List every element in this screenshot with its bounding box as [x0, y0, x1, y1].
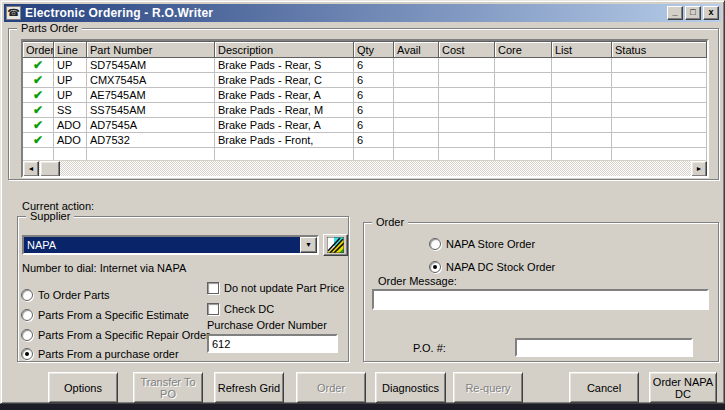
check-icon[interactable]: ✔ — [23, 118, 54, 133]
col-header-part-number[interactable]: Part Number — [87, 41, 215, 58]
check-icon[interactable]: ✔ — [23, 58, 54, 73]
close-button[interactable]: x — [703, 6, 719, 20]
col-header-order[interactable]: Order — [23, 41, 54, 58]
cell-cost — [439, 133, 495, 148]
cell-list — [552, 73, 612, 88]
cell-status — [612, 118, 707, 133]
table-row[interactable]: ✔ UP AE7545AM Brake Pads - Rear, A 6 — [23, 88, 707, 103]
cell-core — [495, 133, 552, 148]
cell-avail — [394, 88, 439, 103]
col-header-list[interactable]: List — [552, 41, 612, 58]
po-number-input[interactable] — [515, 338, 693, 357]
scrollbar-thumb[interactable] — [40, 161, 60, 177]
transfer-to-po-button: Transfer To PO — [133, 372, 203, 403]
cell-qty: 6 — [354, 103, 394, 118]
cell-qty: 6 — [354, 118, 394, 133]
order-napa-dc-button[interactable]: Order NAPA DC — [649, 372, 717, 403]
col-header-line[interactable]: Line — [54, 41, 87, 58]
cell-core — [495, 118, 552, 133]
cell-core — [495, 103, 552, 118]
radio-circle — [21, 329, 33, 341]
cell-cost — [439, 118, 495, 133]
col-header-description[interactable]: Description — [215, 41, 354, 58]
radio-label: To Order Parts — [38, 289, 110, 301]
checkbox-label: Check DC — [224, 303, 274, 315]
cell-description: Brake Pads - Rear, A — [215, 118, 354, 133]
button-label: Options — [64, 382, 102, 394]
radio-circle — [21, 289, 33, 301]
diagnostics-button[interactable]: Diagnostics — [375, 372, 446, 403]
radio-label: NAPA Store Order — [446, 238, 535, 250]
cell-part-number: SS7545AM — [87, 103, 215, 118]
radio-napa-dc-stock-order[interactable]: NAPA DC Stock Order — [429, 260, 555, 273]
cell-part-number: AD7532 — [87, 133, 215, 148]
col-header-qty[interactable]: Qty — [354, 41, 394, 58]
cell-line: ADO — [54, 133, 87, 148]
phone-icon: ☎ — [6, 6, 21, 20]
cancel-button[interactable]: Cancel — [569, 372, 639, 403]
cell-list — [552, 88, 612, 103]
electronic-ordering-window: ☎ Electronic Ordering - R.O.Writer _ □ x… — [0, 0, 725, 404]
cell-qty: 6 — [354, 58, 394, 73]
cell-status — [612, 133, 707, 148]
grid-header-row: Order Line Part Number Description Qty A… — [23, 41, 707, 58]
cell-list — [552, 133, 612, 148]
cell-line: SS — [54, 103, 87, 118]
table-row[interactable]: ✔ SS SS7545AM Brake Pads - Rear, M 6 — [23, 103, 707, 118]
minimize-button[interactable]: _ — [667, 6, 683, 20]
cell-cost — [439, 88, 495, 103]
table-row[interactable]: ✔ ADO AD7545A Brake Pads - Rear, A 6 — [23, 118, 707, 133]
radio-to-order-parts[interactable]: To Order Parts — [21, 288, 110, 301]
radio-parts-from-purchase-order[interactable]: Parts From a purchase order — [21, 347, 179, 360]
col-header-cost[interactable]: Cost — [439, 41, 495, 58]
cell-cost — [439, 103, 495, 118]
radio-label: Parts From a Specific Estimate — [38, 309, 189, 321]
cell-qty: 6 — [354, 88, 394, 103]
radio-label: NAPA DC Stock Order — [446, 261, 555, 273]
radio-parts-from-repair-order[interactable]: Parts From a Specific Repair Order — [21, 328, 210, 341]
cell-qty: 6 — [354, 133, 394, 148]
order-message-input[interactable] — [372, 289, 709, 310]
purchase-order-number-input[interactable] — [207, 334, 338, 353]
cell-part-number: CMX7545A — [87, 73, 215, 88]
col-header-core[interactable]: Core — [495, 41, 552, 58]
supplier-dropdown[interactable]: NAPA ▼ — [22, 235, 319, 255]
check-icon[interactable]: ✔ — [23, 133, 54, 148]
refresh-grid-button[interactable]: Refresh Grid — [214, 372, 284, 403]
titlebar[interactable]: ☎ Electronic Ordering - R.O.Writer _ □ x — [4, 4, 721, 22]
radio-parts-from-estimate[interactable]: Parts From a Specific Estimate — [21, 308, 189, 321]
order-group-label: Order — [372, 216, 408, 229]
catalog-button[interactable] — [323, 234, 348, 256]
checkbox-check-dc[interactable]: Check DC — [207, 302, 274, 315]
col-header-avail[interactable]: Avail — [394, 41, 439, 58]
cell-list — [552, 118, 612, 133]
table-row[interactable]: ✔ UP SD7545AM Brake Pads - Rear, S 6 — [23, 58, 707, 73]
parts-grid[interactable]: Order Line Part Number Description Qty A… — [21, 39, 709, 178]
cell-qty: 6 — [354, 73, 394, 88]
table-row[interactable]: ✔ ADO AD7532 Brake Pads - Front, 6 — [23, 133, 707, 148]
cell-description: Brake Pads - Rear, M — [215, 103, 354, 118]
order-button: Order — [296, 372, 366, 403]
number-to-dial-label: Number to dial: Internet via NAPA — [22, 262, 186, 274]
cell-part-number: AE7545AM — [87, 88, 215, 103]
table-row[interactable]: ✔ UP CMX7545A Brake Pads - Rear, C 6 — [23, 73, 707, 88]
scroll-right-icon[interactable]: ► — [691, 161, 707, 177]
check-icon[interactable]: ✔ — [23, 73, 54, 88]
empty-grid-row — [23, 148, 707, 160]
scroll-left-icon[interactable]: ◄ — [23, 161, 39, 177]
cell-line: UP — [54, 73, 87, 88]
supplier-group-label: Supplier — [26, 210, 74, 223]
maximize-button[interactable]: □ — [685, 6, 701, 20]
cell-status — [612, 103, 707, 118]
cell-description: Brake Pads - Front, — [215, 133, 354, 148]
radio-circle — [429, 261, 441, 273]
horizontal-scrollbar[interactable]: ◄ ► — [23, 160, 707, 176]
chevron-down-icon[interactable]: ▼ — [300, 237, 317, 253]
cell-cost — [439, 73, 495, 88]
check-icon[interactable]: ✔ — [23, 88, 54, 103]
col-header-status[interactable]: Status — [612, 41, 707, 58]
radio-napa-store-order[interactable]: NAPA Store Order — [429, 237, 535, 250]
options-button[interactable]: Options — [48, 372, 118, 403]
checkbox-do-not-update-part-price[interactable]: Do not update Part Price — [207, 281, 344, 294]
check-icon[interactable]: ✔ — [23, 103, 54, 118]
